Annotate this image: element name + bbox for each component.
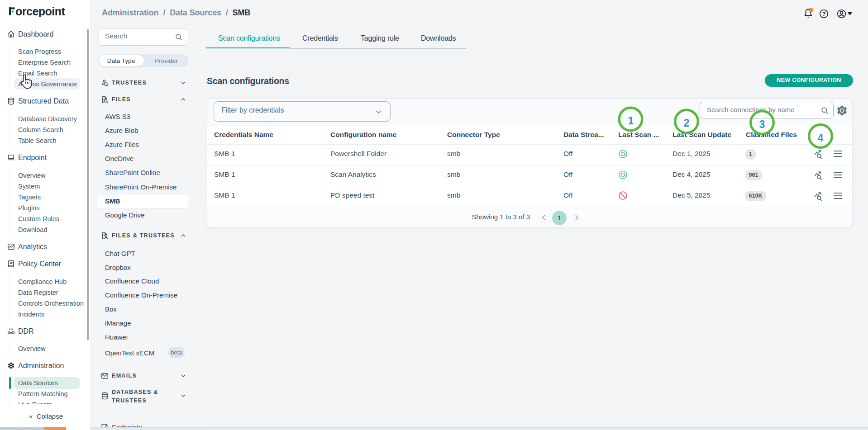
svg-text:?: ? (822, 11, 826, 17)
svg-text:orcepoint: orcepoint (15, 6, 66, 17)
